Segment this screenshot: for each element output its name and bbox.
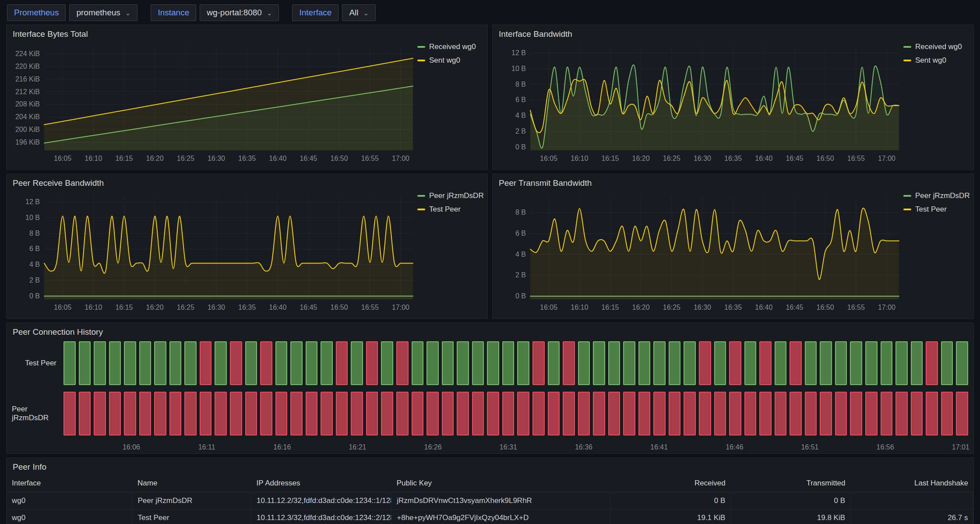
peer-receive-bandwidth-chart: 16:0516:1016:1516:2016:2516:3016:3516:40… [10,189,417,313]
svg-text:16:15: 16:15 [115,155,133,162]
legend-series-label: Peer jRzmDsDR [429,191,484,200]
panel-peer-receive-bandwidth: Peer Receive Bandwidth 16:0516:1016:1516… [6,173,488,319]
variable-instance: Instance wg-portal:8080 ⌄ [151,4,279,21]
svg-text:200 KiB: 200 KiB [15,126,40,133]
panel-title[interactable]: Peer Receive Bandwidth [7,174,487,189]
table-cell: Test Peer [132,510,251,524]
var-label-interface[interactable]: Interface [292,4,338,21]
dashboard-grid: Interface Bytes Total 16:0516:1016:1516:… [0,24,980,524]
svg-text:224 KiB: 224 KiB [15,50,40,57]
panel-title[interactable]: Peer Info [7,458,973,473]
timeline-cell-disconnected [154,392,166,435]
svg-text:16:35: 16:35 [238,155,256,162]
var-label-instance[interactable]: Instance [151,4,196,21]
legend-item[interactable]: Test Peer [903,205,969,214]
timeline-cell-connected [442,341,454,385]
table-cell: 19.8 KiB [731,510,851,524]
timeline-cell-connected [290,341,303,385]
timeline-cell-connected [381,341,393,385]
timeline-cell-connected [593,341,605,385]
panel-interface-bandwidth: Interface Bandwidth 16:0516:1016:1516:20… [492,25,974,170]
timeline-cell-connected [956,341,968,385]
timeline-cell-disconnected [653,392,666,435]
column-header[interactable]: Transmitted [731,474,851,492]
timeline-cell-disconnected [427,392,439,435]
timeline-cell-connected [245,341,257,385]
svg-text:16:35: 16:35 [724,304,742,311]
legend-item[interactable]: Sent wg0 [903,56,969,65]
timeline-cell-connected [457,341,469,385]
legend-item[interactable]: Peer jRzmDsDR [417,191,483,200]
table-row: wg0Peer jRzmDsDR10.11.12.2/32,fdfd:d3ad:… [7,492,973,510]
panel-title[interactable]: Peer Connection History [7,323,973,338]
svg-text:8 B: 8 B [515,81,526,88]
svg-text:16:35: 16:35 [724,155,742,162]
column-header[interactable]: Received [611,474,731,492]
variable-interface: Interface All ⌄ [292,4,376,21]
svg-text:16:40: 16:40 [269,155,286,162]
legend-series-label: Sent wg0 [429,56,460,65]
timeline-cell-disconnected [699,341,711,385]
var-select-prometheus[interactable]: prometheus ⌄ [69,4,137,21]
timeline-cell-disconnected [865,392,878,435]
timeline-cell-disconnected [684,392,696,435]
timeline-cell-disconnected [926,392,938,435]
timeline-cell-disconnected [215,392,227,435]
svg-text:16:20: 16:20 [146,304,164,311]
svg-text:16:55: 16:55 [361,155,379,162]
legend-series-label: Sent wg0 [915,56,946,65]
panel-title[interactable]: Interface Bandwidth [493,25,973,40]
svg-text:16:50: 16:50 [331,155,348,162]
svg-text:16:20: 16:20 [632,304,650,311]
var-select-instance[interactable]: wg-portal:8080 ⌄ [200,4,279,21]
timeline-cell-disconnected [396,341,409,385]
legend-series-swatch [417,209,425,210]
legend-item[interactable]: Received wg0 [903,42,969,51]
timeline-cell-connected [714,341,726,385]
svg-text:16:30: 16:30 [694,155,711,162]
timeline-cell-disconnected [109,392,121,435]
timeline-cell-disconnected [941,392,953,435]
timeline-cell-disconnected [412,392,424,435]
svg-text:6 B: 6 B [515,96,526,103]
timeline-cell-disconnected [321,392,333,435]
var-select-interface[interactable]: All ⌄ [342,4,376,21]
timeline-tick-label: 17:01 [952,443,969,451]
timeline-cell-disconnected [532,341,545,385]
column-header[interactable]: Last Handshake [851,474,973,492]
timeline-cell-connected [79,341,91,385]
svg-text:2 B: 2 B [515,127,526,135]
svg-text:12 B: 12 B [511,49,526,57]
var-label-prometheus[interactable]: Prometheus [7,4,66,21]
timeline-cell-connected [608,341,620,385]
column-header[interactable]: IP Addresses [251,474,391,492]
svg-text:17:00: 17:00 [878,304,895,311]
column-header[interactable]: Interface [7,474,132,492]
panel-title[interactable]: Peer Transmit Bandwidth [493,174,973,189]
svg-text:16:10: 16:10 [85,304,102,311]
interface-bytes-total-chart: 16:0516:1016:1516:2016:2516:3016:3516:40… [10,40,417,164]
timeline-cell-disconnected [593,392,605,435]
timeline-cell-disconnected [578,392,590,435]
table-cell: 0 B [611,492,731,510]
column-header[interactable]: Public Key [391,474,611,492]
timeline-row: Test Peer [12,341,968,385]
var-value-interface: All [349,8,358,18]
timeline-cell-disconnected [396,392,409,435]
timeline-cell-disconnected [260,392,272,435]
column-header[interactable]: Name [132,474,251,492]
panel-title[interactable]: Interface Bytes Total [7,25,487,40]
svg-text:196 KiB: 196 KiB [15,138,40,146]
svg-text:2 B: 2 B [515,271,526,279]
legend-item[interactable]: Peer jRzmDsDR [903,191,969,200]
timeline-cell-connected [865,341,878,385]
timeline-cell-connected [911,341,923,385]
svg-text:16:10: 16:10 [571,304,588,311]
timeline-cell-connected [775,341,787,385]
legend-item[interactable]: Sent wg0 [417,56,483,65]
svg-text:16:50: 16:50 [331,304,348,311]
legend-item[interactable]: Received wg0 [417,42,483,51]
svg-text:16:15: 16:15 [115,304,133,311]
timeline-cell-disconnected [911,392,923,435]
legend-item[interactable]: Test Peer [417,205,483,214]
